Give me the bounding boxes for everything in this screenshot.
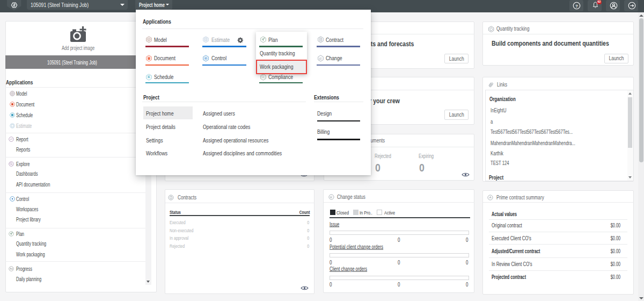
svg-text:?: ? xyxy=(575,3,578,8)
